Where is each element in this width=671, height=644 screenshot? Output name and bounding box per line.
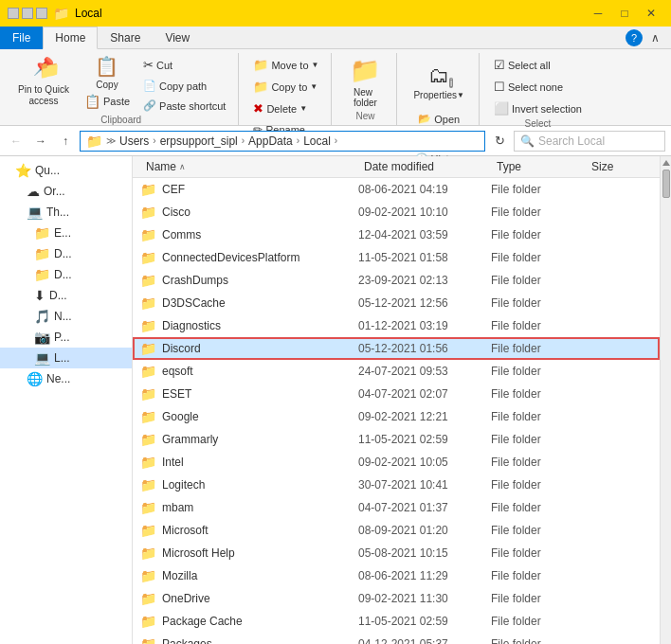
col-header-name[interactable]: Name ∧ (140, 156, 358, 177)
table-row[interactable]: 📁 OneDrive 09-02-2021 11:30 File folder (133, 587, 660, 610)
tab-home[interactable]: Home (43, 27, 98, 49)
sidebar-item-this-pc[interactable]: 💻 Th... (0, 202, 132, 223)
select-all-button[interactable]: ☑ Select all (489, 55, 587, 75)
col-header-date[interactable]: Date modified (358, 156, 491, 177)
file-name: CrashDumps (162, 274, 228, 287)
table-row[interactable]: 📁 Microsoft 08-09-2021 01:20 File folder (133, 519, 660, 542)
sidebar-item-local[interactable]: 💻 L... (0, 348, 132, 368)
back-button[interactable]: ← (6, 131, 27, 152)
table-row[interactable]: 📁 CEF 08-06-2021 04:19 File folder (133, 178, 660, 201)
sidebar-item-d[interactable]: 📁 D... (0, 243, 132, 264)
file-date: 05-12-2021 01:56 (358, 342, 491, 355)
cut-button[interactable]: ✂ Cut (138, 55, 230, 75)
sidebar-item-network[interactable]: 🌐 Ne... (0, 368, 132, 389)
col-header-type[interactable]: Type (491, 156, 586, 177)
file-type: File folder (491, 637, 586, 644)
file-type: File folder (491, 592, 586, 605)
table-row[interactable]: 📁 Intel 09-02-2021 10:05 File folder (133, 451, 660, 474)
path-appdata[interactable]: AppData (248, 134, 293, 148)
sidebar-item-onedrive[interactable]: ☁ Or... (0, 181, 132, 202)
table-row[interactable]: 📁 Microsoft Help 05-08-2021 10:15 File f… (133, 542, 660, 564)
minimize-button[interactable]: ─ (586, 4, 610, 23)
sidebar-item-e[interactable]: 📁 E... (0, 223, 132, 243)
sidebar-item-downloads-label: D... (49, 289, 67, 302)
scroll-up-icon[interactable] (662, 158, 670, 166)
table-row[interactable]: 📁 eqsoft 24-07-2021 09:53 File folder (133, 360, 660, 383)
ribbon-help-button[interactable]: ? (626, 29, 643, 46)
table-row[interactable]: 📁 D3DSCache 05-12-2021 12:56 File folder (133, 292, 660, 314)
select-none-button[interactable]: ☐ Select none (489, 77, 587, 97)
select-none-label: Select none (508, 81, 563, 93)
sort-arrow-name: ∧ (179, 162, 186, 171)
sidebar-item-d2-label: D... (54, 268, 72, 281)
sidebar-item-music[interactable]: 🎵 N... (0, 306, 132, 327)
table-row[interactable]: 📁 Comms 12-04-2021 03:59 File folder (133, 224, 660, 246)
path-sep-2: › (153, 135, 155, 146)
paste-button[interactable]: 📋 Paste (80, 91, 135, 112)
table-row[interactable]: 📁 Cisco 09-02-2021 10:10 File folder (133, 201, 660, 224)
copy-button[interactable]: 📋 Copy (80, 55, 135, 89)
paste-shortcut-button[interactable]: 🔗 Paste shortcut (138, 97, 230, 115)
col-header-size[interactable]: Size (586, 156, 652, 177)
select-all-label: Select all (508, 60, 551, 71)
table-row[interactable]: 📁 Diagnostics 01-12-2021 03:19 File fold… (133, 314, 660, 337)
copy-path-button[interactable]: 📄 Copy path (138, 77, 230, 95)
table-row[interactable]: 📁 mbam 04-07-2021 01:37 File folder (133, 496, 660, 519)
file-type: File folder (491, 501, 586, 514)
path-users[interactable]: Users (119, 134, 149, 148)
new-label: New (355, 111, 374, 123)
file-date: 23-09-2021 02:13 (358, 274, 491, 287)
folder-icon: 📁 (140, 295, 156, 311)
new-folder-button[interactable]: 📁 Newfolder (341, 55, 389, 108)
delete-button[interactable]: ✖ Delete ▼ (248, 98, 323, 118)
file-name: Cisco (162, 206, 190, 219)
maximize-button[interactable]: □ (612, 4, 637, 23)
table-row[interactable]: 📁 Mozilla 08-06-2021 11:29 File folder (133, 564, 660, 587)
forward-button[interactable]: → (30, 131, 51, 152)
file-date: 12-04-2021 03:59 (358, 228, 491, 242)
table-row[interactable]: 📁 Google 09-02-2021 12:21 File folder (133, 405, 660, 428)
invert-selection-button[interactable]: ⬜ Invert selection (489, 98, 587, 118)
address-bar: ← → ↑ 📁 ≫ Users › erpsupport_sipl › AppD… (0, 126, 671, 156)
table-row[interactable]: 📁 Grammarly 11-05-2021 02:59 File folder (133, 428, 660, 451)
table-row[interactable]: 📁 ConnectedDevicesPlatform 11-05-2021 01… (133, 246, 660, 269)
path-erpsupport[interactable]: erpsupport_sipl (160, 134, 238, 148)
scrollbar-area[interactable] (660, 156, 671, 644)
table-row[interactable]: 📁 Package Cache 11-05-2021 02:59 File fo… (133, 610, 660, 633)
file-date: 24-07-2021 09:53 (358, 365, 491, 378)
table-row[interactable]: 📁 Packages 04-12-2021 05:37 File folder (133, 633, 660, 644)
ribbon-collapse-button[interactable]: ∧ (643, 28, 667, 47)
properties-button[interactable]: 🗂 i Properties ▼ (407, 55, 471, 108)
file-name: OneDrive (162, 592, 210, 605)
table-row[interactable]: 📁 Discord 05-12-2021 01:56 File folder (133, 337, 660, 360)
search-box[interactable]: 🔍 Search Local (514, 131, 665, 152)
sidebar-item-downloads[interactable]: ⬇ D... (0, 285, 132, 306)
copy-to-button[interactable]: 📁 Copy to ▼ (248, 77, 323, 97)
window-controls[interactable]: ─ □ ✕ (586, 4, 663, 23)
pin-to-quick-button[interactable]: 📌 📁 Pin to Quickaccess (11, 55, 76, 108)
close-button[interactable]: ✕ (639, 4, 663, 23)
tab-view[interactable]: View (153, 27, 202, 49)
file-name: Diagnostics (162, 319, 221, 332)
move-to-button[interactable]: 📁 Move to ▼ (248, 55, 323, 75)
folder-icon: 📁 (140, 546, 156, 561)
scrollbar-thumb[interactable] (662, 170, 670, 198)
refresh-button[interactable]: ↻ (489, 131, 510, 152)
tab-share[interactable]: Share (98, 27, 153, 49)
open-button[interactable]: 📂 Open (413, 110, 464, 128)
address-path[interactable]: 📁 ≫ Users › erpsupport_sipl › AppData › … (80, 131, 485, 152)
file-type: File folder (491, 319, 586, 332)
table-row[interactable]: 📁 Logitech 30-07-2021 10:41 File folder (133, 474, 660, 496)
table-row[interactable]: 📁 CrashDumps 23-09-2021 02:13 File folde… (133, 269, 660, 292)
sidebar-item-quick[interactable]: ⭐ Qu... (0, 160, 132, 181)
sidebar-item-music-label: N... (54, 310, 72, 323)
path-sep-1: ≫ (106, 135, 116, 146)
table-row[interactable]: 📁 ESET 04-07-2021 02:07 File folder (133, 383, 660, 405)
sidebar-item-pictures[interactable]: 📷 P... (0, 327, 132, 348)
up-button[interactable]: ↑ (55, 131, 76, 152)
sidebar-item-d2[interactable]: 📁 D... (0, 264, 132, 285)
title-bar: 📁 Local ─ □ ✕ (0, 0, 671, 27)
tab-file[interactable]: File (0, 27, 43, 49)
path-local[interactable]: Local (303, 134, 331, 148)
copy-label: Copy (96, 80, 118, 90)
